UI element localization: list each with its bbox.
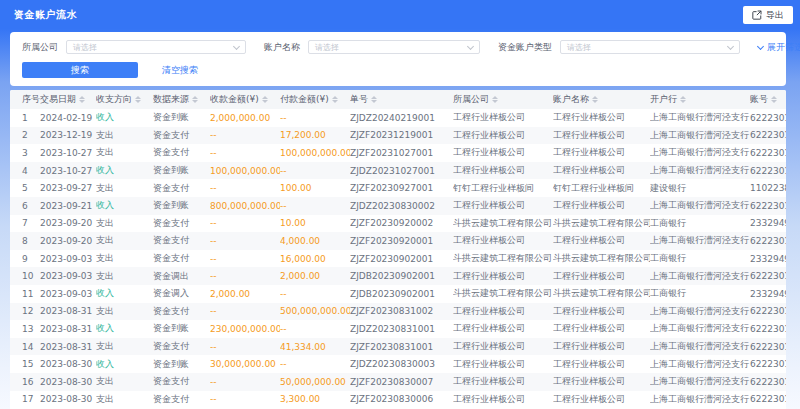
table-row: 102023-09-03支出资金调出--2,000.00ZJDB20230902…: [10, 267, 786, 285]
sort-icon: [592, 96, 598, 103]
source-cell: 资金支付: [153, 127, 210, 145]
receipt-cell: 2,000.00: [210, 285, 280, 303]
column-header-label: 开户行: [650, 93, 677, 106]
column-header-receipt[interactable]: 收款金额(¥): [210, 90, 280, 109]
bank-cell: 上海工商银行漕河泾支行: [650, 162, 750, 180]
bank-cell: 上海工商银行漕河泾支行: [650, 338, 750, 356]
date-cell: 2023-08-30: [40, 391, 96, 409]
account-name-cell: 工程行业样板公司: [553, 320, 650, 338]
export-button[interactable]: 导出: [743, 6, 793, 24]
source-cell: 资金到账: [153, 320, 210, 338]
order-no-cell: ZJDZ20230830002: [350, 197, 453, 215]
column-header-date[interactable]: 交易日期: [40, 90, 96, 109]
company-filter-label: 所属公司: [22, 41, 58, 54]
column-header-label: 账号: [750, 93, 768, 106]
no-cell: 8: [10, 232, 40, 250]
no-cell: 7: [10, 215, 40, 233]
column-header-order-no[interactable]: 单号: [350, 90, 453, 109]
receipt-cell: --: [210, 267, 280, 285]
bank-cell: 上海工商银行漕河泾支行: [650, 391, 750, 409]
source-cell: 资金支付: [153, 232, 210, 250]
filter-actions-row: 搜索 清空搜索: [22, 62, 778, 78]
direction-cell: 支出: [96, 338, 153, 356]
no-cell: 2: [10, 127, 40, 145]
column-header-account-name[interactable]: 账户名称: [553, 90, 650, 109]
date-cell: 2024-02-19: [40, 109, 96, 127]
date-cell: 2023-08-31: [40, 303, 96, 321]
column-header-account-no[interactable]: 账号: [750, 90, 786, 109]
company-cell: 工程行业样板公司: [453, 267, 553, 285]
table-row: 132023-08-31收入资金到账230,000,000.00--ZJDZ20…: [10, 320, 786, 338]
company-cell: 工程行业样板公司: [453, 355, 553, 373]
no-cell: 12: [10, 303, 40, 321]
sort-icon: [135, 96, 141, 103]
column-header-company[interactable]: 所属公司: [453, 90, 553, 109]
order-no-cell: ZJZF20230831001: [350, 338, 453, 356]
bank-cell: 上海工商银行漕河泾支行: [650, 232, 750, 250]
column-header-source[interactable]: 数据来源: [153, 90, 210, 109]
source-cell: 资金到账: [153, 355, 210, 373]
source-cell: 资金支付: [153, 338, 210, 356]
account-no-cell: 110223825: [750, 179, 786, 197]
order-no-cell: ZJZF20230830007: [350, 373, 453, 391]
receipt-cell: --: [210, 232, 280, 250]
receipt-cell: --: [210, 144, 280, 162]
company-select[interactable]: 请选择: [66, 40, 246, 54]
table-header-row: 序号交易日期收支方向数据来源收款金额(¥)付款金额(¥)单号所属公司账户名称开户…: [10, 90, 786, 109]
order-no-cell: ZJDZ20231027001: [350, 162, 453, 180]
order-no-cell: ZJDZ20230831001: [350, 320, 453, 338]
source-cell: 资金支付: [153, 373, 210, 391]
column-header-bank[interactable]: 开户行: [650, 90, 750, 109]
bank-cell: 工商银行: [650, 250, 750, 268]
direction-cell: 支出: [96, 179, 153, 197]
date-cell: 2023-08-31: [40, 338, 96, 356]
clear-search-button[interactable]: 清空搜索: [162, 64, 198, 77]
account-no-cell: 622230111: [750, 338, 786, 356]
account-no-cell: 622230111: [750, 373, 786, 391]
table-row: 52023-09-27支出资金支付--100.00ZJZF20230927001…: [10, 179, 786, 197]
payment-cell: --: [280, 285, 350, 303]
transactions-table: 序号交易日期收支方向数据来源收款金额(¥)付款金额(¥)单号所属公司账户名称开户…: [10, 90, 786, 408]
column-header-payment[interactable]: 付款金额(¥): [280, 90, 350, 109]
account-type-filter-label: 资金账户类型: [498, 41, 552, 54]
account-name-select[interactable]: 请选择: [308, 40, 480, 54]
date-cell: 2023-10-27: [40, 144, 96, 162]
column-header-label: 序号: [22, 93, 40, 106]
table-row: 162023-08-30支出资金支付--50,000,000.00ZJZF202…: [10, 373, 786, 391]
source-cell: 资金支付: [153, 303, 210, 321]
expand-filters-link[interactable]: 展开筛选: [758, 41, 800, 54]
receipt-cell: 100,000,000.00: [210, 162, 280, 180]
filter-group-company: 所属公司 请选择: [22, 40, 246, 54]
source-cell: 资金支付: [153, 144, 210, 162]
table-row: 72023-09-20支出资金支付--10.00ZJZF20230920002斗…: [10, 215, 786, 233]
payment-cell: 17,200.00: [280, 127, 350, 145]
no-cell: 16: [10, 373, 40, 391]
order-no-cell: ZJZF20230830006: [350, 391, 453, 409]
account-type-select-placeholder: 请选择: [567, 42, 591, 53]
receipt-cell: 30,000,000.00: [210, 355, 280, 373]
company-cell: 工程行业样板公司: [453, 144, 553, 162]
order-no-cell: ZJZF20231219001: [350, 127, 453, 145]
company-cell: 工程行业样板公司: [453, 232, 553, 250]
bank-cell: 上海工商银行漕河泾支行: [650, 320, 750, 338]
bank-cell: 上海工商银行漕河泾支行: [650, 355, 750, 373]
account-no-cell: 622230111: [750, 144, 786, 162]
table-row: 62023-09-21收入资金到账800,000,000.00--ZJDZ202…: [10, 197, 786, 215]
column-header-direction[interactable]: 收支方向: [96, 90, 153, 109]
account-name-select-placeholder: 请选择: [315, 42, 339, 53]
direction-cell: 收入: [96, 285, 153, 303]
table-row: 42023-10-27收入资金到账100,000,000.00--ZJDZ202…: [10, 162, 786, 180]
account-name-cell: 工程行业样板公司: [553, 144, 650, 162]
account-type-select[interactable]: 请选择: [560, 40, 740, 54]
payment-cell: 41,334.00: [280, 338, 350, 356]
account-name-filter-label: 账户名称: [264, 41, 300, 54]
column-header-label: 单号: [350, 93, 368, 106]
payment-cell: --: [280, 162, 350, 180]
search-button[interactable]: 搜索: [22, 62, 138, 78]
order-no-cell: ZJZF20231027001: [350, 144, 453, 162]
company-cell: 斗拱云建筑工程有限公司: [453, 215, 553, 233]
no-cell: 3: [10, 144, 40, 162]
filter-panel: 所属公司 请选择 账户名称 请选择 资金账户类型 请选择 展开筛选 搜索: [10, 32, 786, 86]
account-name-cell: 工程行业样板公司: [553, 303, 650, 321]
source-cell: 资金调入: [153, 285, 210, 303]
